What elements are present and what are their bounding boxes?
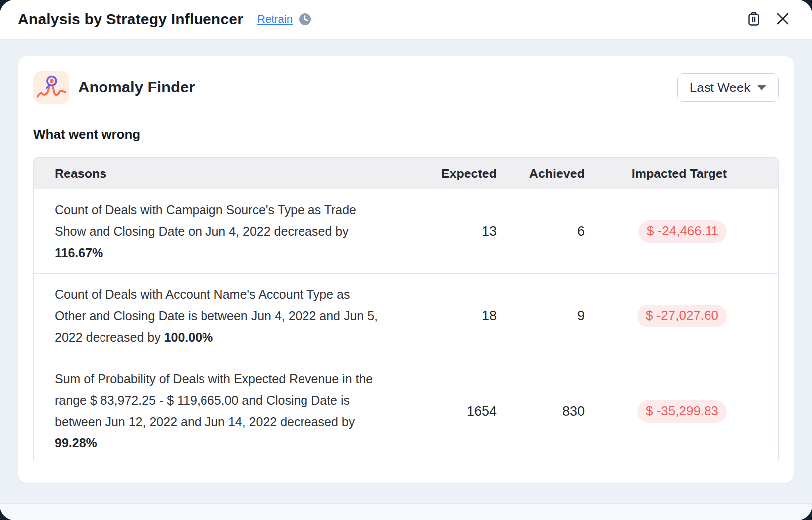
negative-impact-badge: $ -27,027.60 xyxy=(637,305,727,327)
column-header-expected: Expected xyxy=(397,167,497,181)
reason-percentage: 100.00% xyxy=(164,330,213,344)
table-header-row: Reasons Expected Achieved Impacted Targe… xyxy=(34,158,778,189)
table-row: Count of Deals with Account Name's Accou… xyxy=(34,273,778,358)
retrain-history-clock-icon[interactable] xyxy=(299,13,311,26)
impacted-target-cell: $ -35,299.83 xyxy=(585,400,727,423)
section-title: What went wrong xyxy=(33,127,779,142)
achieved-cell: 830 xyxy=(497,404,585,419)
modal-footer-strip xyxy=(0,503,812,520)
reason-text: Sum of Probability of Deals with Expecte… xyxy=(55,372,373,429)
chevron-down-icon xyxy=(757,85,766,90)
reason-percentage: 116.67% xyxy=(55,246,103,260)
retrain-link[interactable]: Retrain xyxy=(257,13,293,26)
period-dropdown-value: Last Week xyxy=(690,80,750,95)
negative-impact-badge: $ -24,466.11 xyxy=(638,220,727,243)
impacted-target-cell: $ -24,466.11 xyxy=(585,220,727,243)
analysis-modal: Analysis by Strategy Influencer Retrain xyxy=(0,0,812,520)
anomaly-finder-card: Anomaly Finder Last Week What went wrong… xyxy=(18,56,794,483)
modal-title: Analysis by Strategy Influencer xyxy=(18,11,243,28)
reason-cell: Count of Deals with Account Name's Accou… xyxy=(34,284,397,348)
card-header: Anomaly Finder Last Week xyxy=(33,71,779,104)
column-header-reasons: Reasons xyxy=(34,167,397,181)
table-row: Count of Deals with Campaign Source's Ty… xyxy=(34,189,778,273)
table-row: Sum of Probability of Deals with Expecte… xyxy=(34,358,778,464)
impacted-target-cell: $ -27,027.60 xyxy=(585,305,727,327)
reason-text: Count of Deals with Campaign Source's Ty… xyxy=(55,203,356,238)
reason-cell: Sum of Probability of Deals with Expecte… xyxy=(34,368,397,454)
expected-cell: 13 xyxy=(397,224,497,239)
period-dropdown[interactable]: Last Week xyxy=(677,73,779,102)
modal-body: Anomaly Finder Last Week What went wrong… xyxy=(0,39,812,520)
reason-percentage: 99.28% xyxy=(55,436,97,450)
expected-cell: 18 xyxy=(397,308,497,324)
column-header-impacted-target: Impacted Target xyxy=(585,167,727,181)
card-title: Anomaly Finder xyxy=(78,79,195,96)
achieved-cell: 9 xyxy=(497,308,585,324)
expected-cell: 1654 xyxy=(397,404,497,419)
anomaly-finder-icon xyxy=(33,71,69,104)
close-icon xyxy=(776,12,790,27)
modal-header: Analysis by Strategy Influencer Retrain xyxy=(0,0,812,39)
negative-impact-badge: $ -35,299.83 xyxy=(637,400,727,423)
reason-cell: Count of Deals with Campaign Source's Ty… xyxy=(34,199,397,263)
close-button[interactable] xyxy=(773,10,792,29)
delete-button[interactable] xyxy=(744,10,763,29)
achieved-cell: 6 xyxy=(497,224,585,239)
reason-text: Count of Deals with Account Name's Accou… xyxy=(55,287,378,344)
column-header-achieved: Achieved xyxy=(497,167,585,181)
trash-icon xyxy=(746,11,761,28)
anomaly-table: Reasons Expected Achieved Impacted Targe… xyxy=(33,157,779,464)
